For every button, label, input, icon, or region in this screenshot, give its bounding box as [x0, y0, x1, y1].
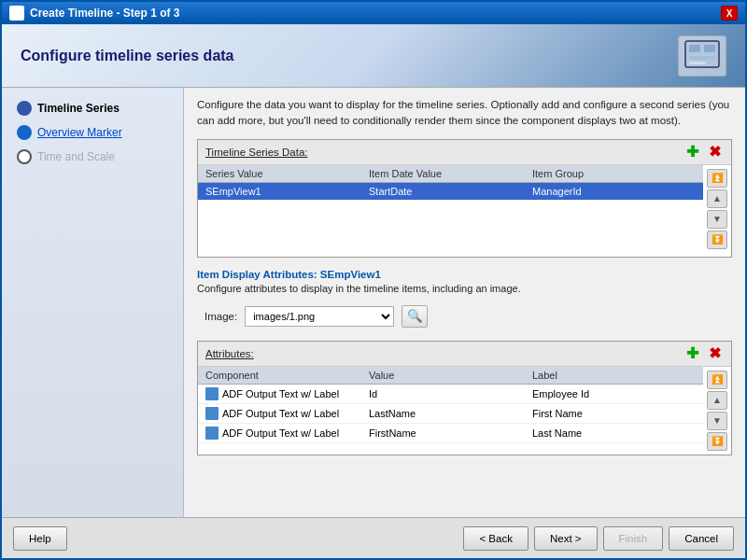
timeline-series-table-wrapper: Series Value Item Date Value Item Group …	[198, 165, 731, 257]
svg-rect-1	[689, 45, 700, 52]
col-series-value: Series Value	[205, 168, 369, 179]
attr-move-up-button[interactable]: ▲	[707, 391, 727, 410]
value-2: FirstName	[369, 427, 532, 439]
main-window: Create Timeline - Step 1 of 3 X Configur…	[0, 0, 747, 560]
svg-rect-2	[704, 45, 715, 52]
description-text: Configure the data you want to display f…	[197, 97, 732, 130]
col-item-date-value: Item Date Value	[369, 168, 532, 179]
svg-rect-3	[689, 56, 715, 60]
move-bottom-button[interactable]: ⏬	[707, 231, 727, 249]
header-title: Configure timeline series data	[21, 48, 234, 64]
attr-col-label: Label	[532, 370, 696, 381]
window-icon	[9, 6, 24, 21]
add-attribute-button[interactable]: ✚	[683, 344, 701, 363]
item-display-section: Item Display Attributes: SEmpView1 Confi…	[197, 269, 732, 333]
table-row[interactable]: ADF Output Text w/ Label Id Employee Id	[198, 385, 703, 404]
attributes-header: Attributes: ✚ ✖	[198, 342, 731, 367]
attributes-section: Attributes: ✚ ✖ Component Value Label	[197, 341, 732, 455]
attributes-table-wrapper: Component Value Label ADF Output Text w/…	[198, 367, 731, 455]
row-item-group: ManagerId	[532, 186, 696, 197]
timeline-series-header: Timeline Series Data: ✚ ✖	[198, 140, 731, 165]
back-button[interactable]: < Back	[463, 526, 528, 551]
component-label-1: ADF Output Text w/ Label	[222, 408, 339, 419]
timeline-series-actions: ✚ ✖	[683, 143, 724, 161]
footer-right: < Back Next > Finish Cancel	[463, 526, 734, 551]
component-cell-2: ADF Output Text w/ Label	[205, 427, 369, 440]
attr-arrows: ⏫ ▲ ▼ ⏬	[703, 367, 731, 455]
series-arrows: ⏫ ▲ ▼ ⏬	[703, 165, 731, 257]
attributes-label: Attributes:	[205, 348, 254, 359]
header-area: Configure timeline series data	[2, 24, 745, 88]
timeline-series-section: Timeline Series Data: ✚ ✖ Series Value I…	[197, 139, 732, 258]
value-1: LastName	[369, 408, 532, 419]
table-row[interactable]: ADF Output Text w/ Label LastName First …	[198, 404, 703, 424]
attr-col-headers: Component Value Label	[198, 367, 703, 385]
row-series-value: SEmpView1	[205, 186, 369, 197]
timeline-series-table: Series Value Item Date Value Item Group …	[198, 165, 703, 257]
component-cell-0: ADF Output Text w/ Label	[205, 387, 369, 400]
sidebar: Timeline Series Overview Marker Time and…	[2, 88, 184, 517]
component-icon-1	[205, 407, 218, 420]
move-down-button[interactable]: ▼	[707, 210, 727, 229]
sidebar-item-timeline-series[interactable]: Timeline Series	[11, 97, 174, 119]
attr-col-component: Component	[205, 370, 369, 381]
svg-rect-4	[689, 62, 706, 64]
attr-col-value: Value	[369, 370, 532, 381]
component-icon-2	[205, 427, 218, 440]
add-series-button[interactable]: ✚	[683, 143, 701, 161]
label-2: Last Name	[532, 427, 696, 439]
image-select[interactable]: images/1.png	[245, 306, 394, 327]
col-item-group: Item Group	[532, 168, 696, 179]
label-0: Employee Id	[532, 388, 696, 399]
search-icon: 🔍	[407, 309, 423, 323]
finish-button[interactable]: Finish	[603, 526, 664, 551]
close-button[interactable]: X	[721, 6, 738, 21]
sidebar-item-overview-marker[interactable]: Overview Marker	[11, 121, 174, 144]
label-1: First Name	[532, 408, 696, 419]
row-item-date-value: StartDate	[369, 186, 532, 197]
remove-attribute-button[interactable]: ✖	[705, 344, 724, 363]
empty-area	[198, 201, 703, 257]
value-0: Id	[369, 388, 532, 399]
sidebar-label-1: Timeline Series	[37, 102, 120, 115]
attributes-actions: ✚ ✖	[683, 344, 724, 363]
sidebar-item-time-scale: Time and Scale	[11, 146, 174, 168]
table-row[interactable]: ADF Output Text w/ Label FirstName Last …	[198, 424, 703, 443]
window-title: Create Timeline - Step 1 of 3	[30, 7, 180, 20]
help-button[interactable]: Help	[13, 526, 67, 551]
item-display-desc: Configure attributes to display in the t…	[197, 283, 732, 294]
component-label-0: ADF Output Text w/ Label	[222, 388, 339, 399]
main-content: Timeline Series Overview Marker Time and…	[2, 88, 745, 517]
table-row[interactable]: SEmpView1 StartDate ManagerId	[198, 183, 703, 201]
content-area: Configure the data you want to display f…	[184, 88, 745, 517]
attr-move-bottom-button[interactable]: ⏬	[707, 432, 727, 451]
image-label: Image:	[204, 311, 237, 322]
title-bar-left: Create Timeline - Step 1 of 3	[9, 6, 180, 21]
image-row: Image: images/1.png 🔍	[197, 300, 732, 333]
step-circle-3	[17, 149, 32, 164]
header-icon	[678, 35, 726, 77]
sidebar-label-3: Time and Scale	[37, 150, 115, 163]
attr-move-top-button[interactable]: ⏫	[707, 371, 727, 389]
step-circle-1	[17, 101, 32, 116]
item-display-label: Item Display Attributes: SEmpView1	[197, 269, 732, 280]
image-search-button[interactable]: 🔍	[402, 305, 428, 328]
attributes-table: Component Value Label ADF Output Text w/…	[198, 367, 703, 455]
step-circle-2	[17, 125, 32, 140]
title-bar: Create Timeline - Step 1 of 3 X	[2, 2, 745, 24]
move-up-button[interactable]: ▲	[707, 189, 727, 208]
component-label-2: ADF Output Text w/ Label	[222, 427, 339, 439]
move-top-button[interactable]: ⏫	[707, 169, 727, 188]
title-bar-controls: X	[721, 6, 738, 21]
timeline-series-col-headers: Series Value Item Date Value Item Group	[198, 165, 703, 183]
timeline-series-label: Timeline Series Data:	[205, 147, 308, 158]
cancel-button[interactable]: Cancel	[669, 526, 734, 551]
next-button[interactable]: Next >	[534, 526, 598, 551]
remove-series-button[interactable]: ✖	[705, 143, 724, 161]
footer: Help < Back Next > Finish Cancel	[2, 517, 745, 558]
component-icon-0	[205, 387, 218, 400]
sidebar-label-2: Overview Marker	[37, 126, 122, 139]
attr-move-down-button[interactable]: ▼	[707, 412, 727, 430]
footer-left: Help	[13, 526, 67, 551]
component-cell-1: ADF Output Text w/ Label	[205, 407, 369, 420]
